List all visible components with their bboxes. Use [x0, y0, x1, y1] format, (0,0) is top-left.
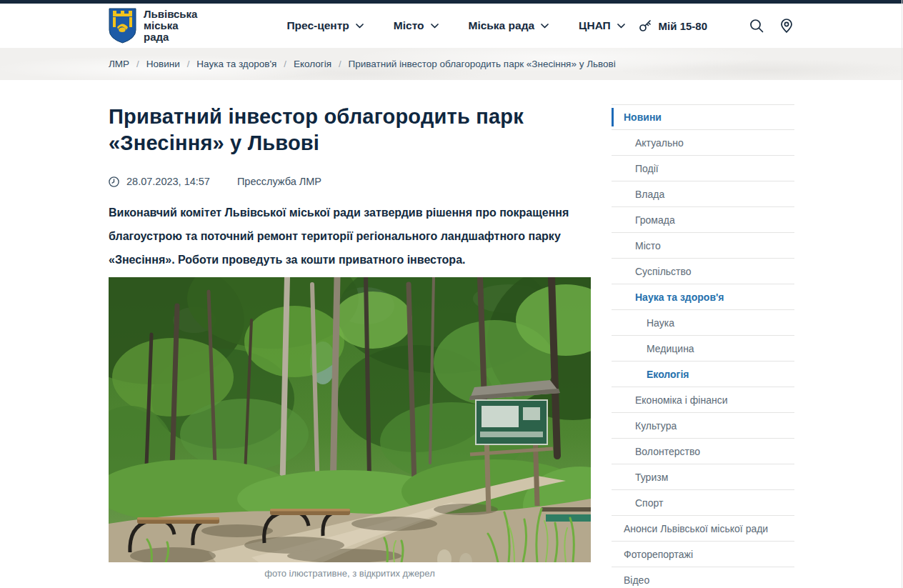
- breadcrumb-link-ecology[interactable]: Екологія: [294, 59, 331, 69]
- sidebar-item-science-health[interactable]: Наука та здоров'я: [612, 284, 794, 310]
- coat-of-arms-icon: [109, 8, 136, 44]
- nav-item-cnap[interactable]: ЦНАП: [579, 19, 625, 32]
- article-meta: 28.07.2023, 14:57 Пресслужба ЛМР: [109, 176, 591, 187]
- sidebar-item-city[interactable]: Місто: [612, 233, 794, 259]
- breadcrumb-separator: /: [187, 59, 190, 69]
- scrollbar-edge[interactable]: [902, 0, 902, 588]
- key-icon: [638, 19, 652, 33]
- sidebar-item-society[interactable]: Суспільство: [612, 259, 794, 284]
- sidebar-item-news[interactable]: Новини: [612, 104, 794, 130]
- sidebar-item-science[interactable]: Наука: [612, 310, 794, 336]
- breadcrumb-link-science-health[interactable]: Наука та здоров'я: [196, 59, 276, 69]
- chevron-down-icon: [431, 24, 439, 29]
- location-pin-icon[interactable]: [779, 18, 794, 34]
- clock-icon: [109, 176, 119, 187]
- site-header: Львівська міська рада Прес-центр Місто М…: [0, 4, 903, 48]
- breadcrumb-separator: /: [284, 59, 286, 69]
- breadcrumb-link-news[interactable]: Новини: [146, 59, 180, 69]
- photo-caption: фото ілюстративне, з відкритих джерел: [109, 568, 591, 579]
- breadcrumb-separator: /: [136, 59, 139, 69]
- breadcrumb: ЛМР / Новини / Наука та здоров'я / Еколо…: [109, 59, 794, 69]
- sidebar-item-economy-finance[interactable]: Економіка і фінанси: [612, 387, 794, 413]
- sidebar-item-tourism[interactable]: Туризм: [612, 464, 794, 490]
- article-lead: Виконавчий комітет Львівської міської ра…: [109, 201, 591, 271]
- sidebar-item-ecology[interactable]: Екологія: [612, 362, 794, 387]
- sidebar-item-community[interactable]: Громада: [612, 207, 794, 233]
- sidebar-item-authority[interactable]: Влада: [612, 181, 794, 207]
- hotline-link[interactable]: Мій 15-80: [638, 19, 707, 33]
- news-sidebar-menu: Новини Актуально Події Влада Громада Міс…: [612, 104, 794, 588]
- breadcrumb-link-lmr[interactable]: ЛМР: [109, 59, 129, 69]
- sidebar-item-volunteering[interactable]: Волонтерство: [612, 439, 794, 464]
- sidebar-item-photo-reports[interactable]: Фоторепортажі: [612, 542, 794, 567]
- publish-date: 28.07.2023, 14:57: [126, 176, 210, 187]
- sidebar-item-events[interactable]: Події: [612, 156, 794, 181]
- nav-item-city[interactable]: Місто: [394, 19, 439, 32]
- author: Пресслужба ЛМР: [237, 176, 321, 187]
- brand-name: Львівська міська рада: [144, 9, 197, 43]
- chevron-down-icon: [617, 24, 625, 29]
- breadcrumb-separator: /: [339, 59, 341, 69]
- breadcrumb-current-page: Приватний інвестор облагородить парк «Зн…: [349, 59, 616, 69]
- sidebar-item-video[interactable]: Відео: [612, 567, 794, 588]
- nav-item-press-center[interactable]: Прес-центр: [286, 19, 363, 32]
- article: Приватний інвестор облагородить парк «Зн…: [109, 80, 591, 588]
- chevron-down-icon: [356, 24, 364, 29]
- sidebar-item-actual[interactable]: Актуально: [612, 130, 794, 156]
- article-photo: [109, 277, 591, 562]
- sidebar-item-medicine[interactable]: Медицина: [612, 336, 794, 362]
- nav-item-city-council[interactable]: Міська рада: [469, 19, 549, 32]
- breadcrumb-bar: ЛМР / Новини / Наука та здоров'я / Еколо…: [0, 48, 903, 80]
- sidebar-item-culture[interactable]: Культура: [612, 413, 794, 439]
- page-title: Приватний інвестор облагородить парк «Зн…: [109, 104, 580, 156]
- sidebar-item-sport[interactable]: Спорт: [612, 490, 794, 516]
- sidebar-item-announcements[interactable]: Анонси Львівської міської ради: [612, 516, 794, 542]
- chevron-down-icon: [541, 24, 549, 29]
- search-icon[interactable]: [749, 18, 764, 34]
- lviv-logo[interactable]: Львівська міська рада: [109, 8, 197, 44]
- main-navigation: Прес-центр Місто Міська рада ЦНАП: [286, 19, 624, 32]
